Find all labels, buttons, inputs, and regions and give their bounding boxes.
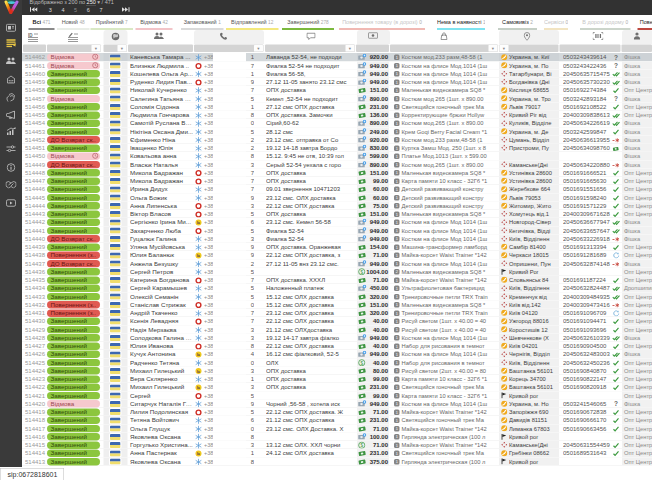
svg-text:lc: lc: [197, 221, 200, 225]
svg-text:lc: lc: [197, 452, 200, 456]
svg-text:$: $: [360, 360, 363, 365]
svg-text:lc: lc: [197, 370, 200, 374]
svg-text:lc: lc: [197, 353, 200, 357]
svg-text:lc: lc: [197, 386, 200, 390]
svg-text:ID: ID: [28, 33, 33, 38]
svg-text:$: $: [360, 443, 363, 448]
svg-text:lc: lc: [197, 254, 200, 258]
svg-text:$: $: [360, 270, 363, 275]
